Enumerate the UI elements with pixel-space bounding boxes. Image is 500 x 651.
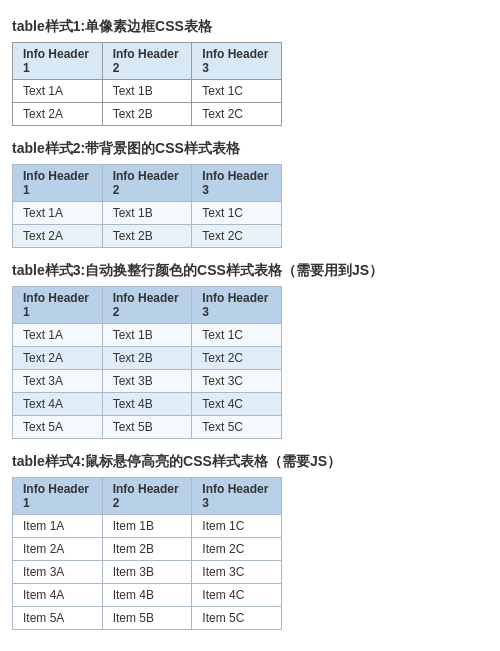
- section-4-title: table样式4:鼠标悬停高亮的CSS样式表格（需要JS）: [12, 453, 488, 471]
- table-cell: Text 2C: [192, 103, 282, 126]
- table-1-header-1: Info Header 1: [13, 43, 103, 80]
- section-1-title: table样式1:单像素边框CSS表格: [12, 18, 488, 36]
- table-4: Info Header 1 Info Header 2 Info Header …: [12, 477, 282, 630]
- section-3: table样式3:自动换整行颜色的CSS样式表格（需要用到JS） Info He…: [12, 262, 488, 439]
- table-cell: Item 4C: [192, 584, 282, 607]
- table-2-header-row: Info Header 1 Info Header 2 Info Header …: [13, 165, 282, 202]
- table-row: Text 3AText 3BText 3C: [13, 370, 282, 393]
- table-cell: Item 3A: [13, 561, 103, 584]
- table-cell: Text 2C: [192, 347, 282, 370]
- table-cell: Item 4A: [13, 584, 103, 607]
- table-cell: Item 5B: [102, 607, 192, 630]
- table-cell: Text 2A: [13, 225, 103, 248]
- table-cell: Item 1B: [102, 515, 192, 538]
- table-1-header-row: Info Header 1 Info Header 2 Info Header …: [13, 43, 282, 80]
- table-cell: Text 1A: [13, 80, 103, 103]
- table-cell: Text 1C: [192, 202, 282, 225]
- table-row: Text 2AText 2BText 2C: [13, 347, 282, 370]
- table-2-header-2: Info Header 2: [102, 165, 192, 202]
- section-1: table样式1:单像素边框CSS表格 Info Header 1 Info H…: [12, 18, 488, 126]
- table-4-header-1: Info Header 1: [13, 478, 103, 515]
- table-cell: Text 1C: [192, 80, 282, 103]
- table-cell: Text 3C: [192, 370, 282, 393]
- section-2-title: table样式2:带背景图的CSS样式表格: [12, 140, 488, 158]
- table-cell: Text 3A: [13, 370, 103, 393]
- table-cell: Text 4C: [192, 393, 282, 416]
- table-cell: Item 3C: [192, 561, 282, 584]
- table-row: Text 2AText 2BText 2C: [13, 225, 282, 248]
- table-4-header-row: Info Header 1 Info Header 2 Info Header …: [13, 478, 282, 515]
- table-cell: Item 5A: [13, 607, 103, 630]
- table-4-header-3: Info Header 3: [192, 478, 282, 515]
- table-cell: Text 5B: [102, 416, 192, 439]
- table-row: Item 5AItem 5BItem 5C: [13, 607, 282, 630]
- table-cell: Item 2A: [13, 538, 103, 561]
- table-cell: Text 1C: [192, 324, 282, 347]
- table-3-header-row: Info Header 1 Info Header 2 Info Header …: [13, 287, 282, 324]
- table-cell: Item 3B: [102, 561, 192, 584]
- section-2: table样式2:带背景图的CSS样式表格 Info Header 1 Info…: [12, 140, 488, 248]
- table-cell: Item 5C: [192, 607, 282, 630]
- table-cell: Text 2A: [13, 347, 103, 370]
- table-cell: Text 2C: [192, 225, 282, 248]
- table-cell: Item 1A: [13, 515, 103, 538]
- table-4-header-2: Info Header 2: [102, 478, 192, 515]
- table-cell: Text 5C: [192, 416, 282, 439]
- table-row: Text 1AText 1BText 1C: [13, 202, 282, 225]
- table-2-header-1: Info Header 1: [13, 165, 103, 202]
- table-cell: Text 2B: [102, 225, 192, 248]
- table-row: Item 2AItem 2BItem 2C: [13, 538, 282, 561]
- table-3-header-3: Info Header 3: [192, 287, 282, 324]
- table-2-header-3: Info Header 3: [192, 165, 282, 202]
- table-cell: Item 2C: [192, 538, 282, 561]
- table-row: Item 4AItem 4BItem 4C: [13, 584, 282, 607]
- table-cell: Text 2A: [13, 103, 103, 126]
- table-1-header-3: Info Header 3: [192, 43, 282, 80]
- table-3-header-1: Info Header 1: [13, 287, 103, 324]
- table-cell: Text 5A: [13, 416, 103, 439]
- table-cell: Text 1B: [102, 202, 192, 225]
- table-cell: Item 4B: [102, 584, 192, 607]
- table-1: Info Header 1 Info Header 2 Info Header …: [12, 42, 282, 126]
- table-cell: Item 1C: [192, 515, 282, 538]
- table-3-header-2: Info Header 2: [102, 287, 192, 324]
- table-cell: Text 2B: [102, 103, 192, 126]
- table-row: Text 4AText 4BText 4C: [13, 393, 282, 416]
- table-cell: Text 1B: [102, 80, 192, 103]
- table-cell: Text 4A: [13, 393, 103, 416]
- table-row: Item 3AItem 3BItem 3C: [13, 561, 282, 584]
- table-row: Text 1AText 1BText 1C: [13, 324, 282, 347]
- section-3-title: table样式3:自动换整行颜色的CSS样式表格（需要用到JS）: [12, 262, 488, 280]
- section-4: table样式4:鼠标悬停高亮的CSS样式表格（需要JS） Info Heade…: [12, 453, 488, 630]
- table-row: Text 1AText 1BText 1C: [13, 80, 282, 103]
- table-row: Text 5AText 5BText 5C: [13, 416, 282, 439]
- table-cell: Text 1B: [102, 324, 192, 347]
- table-1-header-2: Info Header 2: [102, 43, 192, 80]
- table-cell: Item 2B: [102, 538, 192, 561]
- table-cell: Text 4B: [102, 393, 192, 416]
- table-2: Info Header 1 Info Header 2 Info Header …: [12, 164, 282, 248]
- table-cell: Text 1A: [13, 324, 103, 347]
- table-row: Text 2AText 2BText 2C: [13, 103, 282, 126]
- table-row: Item 1AItem 1BItem 1C: [13, 515, 282, 538]
- table-cell: Text 2B: [102, 347, 192, 370]
- table-3: Info Header 1 Info Header 2 Info Header …: [12, 286, 282, 439]
- table-cell: Text 3B: [102, 370, 192, 393]
- table-cell: Text 1A: [13, 202, 103, 225]
